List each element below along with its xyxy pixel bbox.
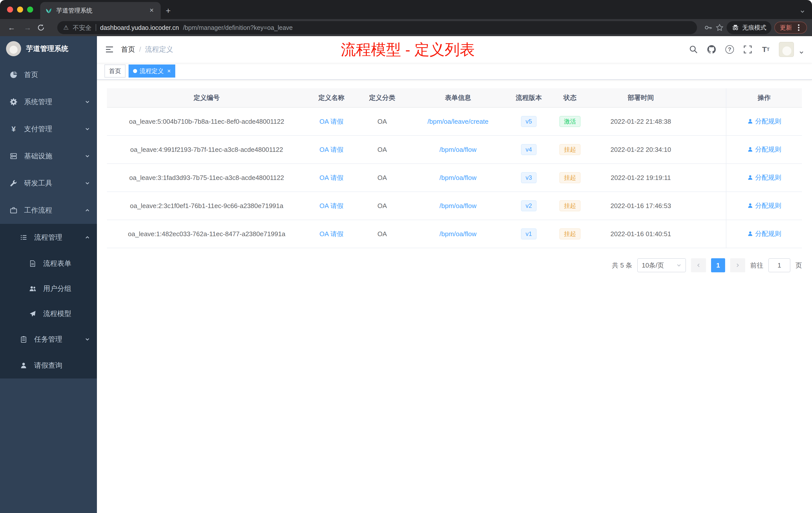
sidebar-item-process-model[interactable]: 流程模型 xyxy=(0,301,97,326)
tag-process-definition[interactable]: 流程定义 × xyxy=(128,64,175,78)
minimize-window-button[interactable] xyxy=(17,6,23,12)
breadcrumb: 首页 / 流程定义 xyxy=(121,45,173,54)
next-page-button[interactable] xyxy=(730,258,745,272)
wrench-icon xyxy=(9,179,18,187)
goto-page-input[interactable] xyxy=(768,258,790,272)
sidebar-item-payment[interactable]: ¥ 支付管理 xyxy=(0,116,97,143)
tab-close-icon[interactable]: × xyxy=(148,6,156,14)
browser-menu-kebab-icon[interactable] xyxy=(796,24,802,31)
sidebar-item-system-mgmt[interactable]: 系统管理 xyxy=(0,88,97,116)
font-size-icon[interactable]: TT xyxy=(761,44,771,55)
col-form-info: 表单信息 xyxy=(408,88,508,108)
avatar-dropdown-caret-icon[interactable] xyxy=(799,50,804,55)
reload-button[interactable] xyxy=(37,24,50,31)
sidebar-item-process-form[interactable]: 流程表单 xyxy=(0,251,97,276)
incognito-icon xyxy=(732,24,739,31)
hamburger-icon[interactable] xyxy=(105,45,114,54)
logo-avatar xyxy=(6,41,21,56)
github-icon[interactable] xyxy=(706,44,717,55)
sidebar-item-workflow[interactable]: 工作流程 xyxy=(0,197,97,224)
breadcrumb-home[interactable]: 首页 xyxy=(121,45,135,54)
sidebar-item-label: 工作流程 xyxy=(24,206,52,215)
form-info-link[interactable]: /bpm/oa/flow xyxy=(439,230,476,238)
address-bar[interactable]: ⚠ 不安全 dashboard.yudao.iocoder.cn/bpm/man… xyxy=(57,21,697,34)
sidebar-item-label: 流程表单 xyxy=(43,259,71,268)
sidebar-item-label: 首页 xyxy=(24,70,38,80)
definition-name-link[interactable]: OA 请假 xyxy=(319,202,343,210)
assign-rule-link[interactable]: 分配规则 xyxy=(747,201,781,210)
sidebar-item-label: 任务管理 xyxy=(34,335,62,344)
avatar[interactable] xyxy=(779,42,794,57)
form-info-link[interactable]: /bpm/oa/leave/create xyxy=(428,118,489,125)
security-label[interactable]: 不安全 xyxy=(73,24,92,32)
chevron-down-icon xyxy=(676,263,682,268)
fullscreen-icon[interactable] xyxy=(743,44,753,55)
assign-rule-link[interactable]: 分配规则 xyxy=(747,145,781,154)
goto-label: 前往 xyxy=(750,261,763,270)
browser-tab[interactable]: 芋道管理系统 × xyxy=(40,2,161,19)
browser-toolbar: ← → ⚠ 不安全 dashboard.yudao.iocoder.cn/bpm… xyxy=(0,19,812,36)
assign-rule-link[interactable]: 分配规则 xyxy=(747,173,781,182)
table-gutter xyxy=(691,108,726,135)
tag-home[interactable]: 首页 xyxy=(105,64,125,78)
status-badge: 挂起 xyxy=(559,200,580,211)
sidebar-item-task-mgmt[interactable]: 任务管理 xyxy=(0,326,97,352)
definition-name-link[interactable]: OA 请假 xyxy=(319,146,343,153)
table-row: oa_leave:5:004b710b-7b8a-11ec-8ef0-acde4… xyxy=(107,108,802,135)
sidebar-item-home[interactable]: 首页 xyxy=(0,61,97,88)
browser-update-button[interactable]: 更新 xyxy=(774,22,807,34)
form-info-link[interactable]: /bpm/oa/flow xyxy=(439,146,476,153)
definition-table: 定义编号 定义名称 定义分类 表单信息 流程版本 状态 部署时间 操作 oa_l… xyxy=(107,88,802,248)
chevron-down-icon xyxy=(85,126,90,131)
user-icon xyxy=(19,362,28,369)
navbar-actions: ? TT xyxy=(689,42,804,57)
assign-rule-link[interactable]: 分配规则 xyxy=(747,230,781,238)
sidebar-item-leave-query[interactable]: 请假查询 xyxy=(0,352,97,379)
definition-id: oa_leave:4:991f2193-7b7f-11ec-a3c8-acde4… xyxy=(107,135,306,163)
table-header-row: 定义编号 定义名称 定义分类 表单信息 流程版本 状态 部署时间 操作 xyxy=(107,88,802,108)
deploy-time: 2022-01-22 19:19:11 xyxy=(590,163,691,192)
prev-page-button[interactable] xyxy=(691,258,706,272)
form-info-link[interactable]: /bpm/oa/flow xyxy=(439,202,476,210)
tag-close-icon[interactable]: × xyxy=(167,68,171,74)
form-info-link[interactable]: /bpm/oa/flow xyxy=(439,174,476,181)
yen-icon: ¥ xyxy=(9,125,18,133)
page-size-select[interactable]: 10条/页 xyxy=(637,258,686,272)
sidebar-item-label: 流程模型 xyxy=(43,309,71,319)
table-row: oa_leave:1:482ec033-762a-11ec-8477-a2380… xyxy=(107,220,802,248)
sidebar-logo[interactable]: 芋道管理系统 xyxy=(0,36,97,61)
search-icon[interactable] xyxy=(689,44,698,55)
forward-button[interactable]: → xyxy=(21,23,34,32)
omnibox-divider xyxy=(96,24,96,31)
sidebar-item-label: 系统管理 xyxy=(24,97,52,107)
bookmark-star-icon[interactable] xyxy=(716,24,724,32)
content: 定义编号 定义名称 定义分类 表单信息 流程版本 状态 部署时间 操作 oa_l… xyxy=(97,80,812,513)
close-window-button[interactable] xyxy=(7,6,13,12)
sidebar-item-dev-tools[interactable]: 研发工具 xyxy=(0,170,97,197)
definition-category: OA xyxy=(356,108,408,135)
definition-name-link[interactable]: OA 请假 xyxy=(319,118,343,125)
definition-id: oa_leave:1:482ec033-762a-11ec-8477-a2380… xyxy=(107,220,306,248)
tab-search-chevron-icon[interactable] xyxy=(800,9,805,14)
help-icon[interactable]: ? xyxy=(725,44,735,55)
clipboard-icon xyxy=(19,336,28,343)
sidebar-item-infrastructure[interactable]: 基础设施 xyxy=(0,143,97,170)
back-button[interactable]: ← xyxy=(5,23,18,32)
zoom-window-button[interactable] xyxy=(27,6,33,12)
sidebar-item-process-mgmt[interactable]: 流程管理 xyxy=(0,224,97,251)
user-icon xyxy=(747,231,753,237)
table-gutter xyxy=(691,220,726,248)
sidebar-item-label: 用户分组 xyxy=(43,284,71,293)
password-key-icon[interactable] xyxy=(704,23,713,32)
page-1-button[interactable]: 1 xyxy=(711,258,725,272)
definition-name-link[interactable]: OA 请假 xyxy=(319,174,343,181)
server-icon xyxy=(9,152,18,160)
sidebar-item-user-group[interactable]: 用户分组 xyxy=(0,276,97,301)
col-process-version: 流程版本 xyxy=(508,88,549,108)
definition-name-link[interactable]: OA 请假 xyxy=(319,230,343,238)
new-tab-button[interactable]: + xyxy=(166,6,171,16)
site-favicon-icon xyxy=(45,7,52,14)
breadcrumb-separator: / xyxy=(139,46,141,54)
assign-rule-link[interactable]: 分配规则 xyxy=(747,117,781,126)
breadcrumb-current: 流程定义 xyxy=(145,45,173,54)
